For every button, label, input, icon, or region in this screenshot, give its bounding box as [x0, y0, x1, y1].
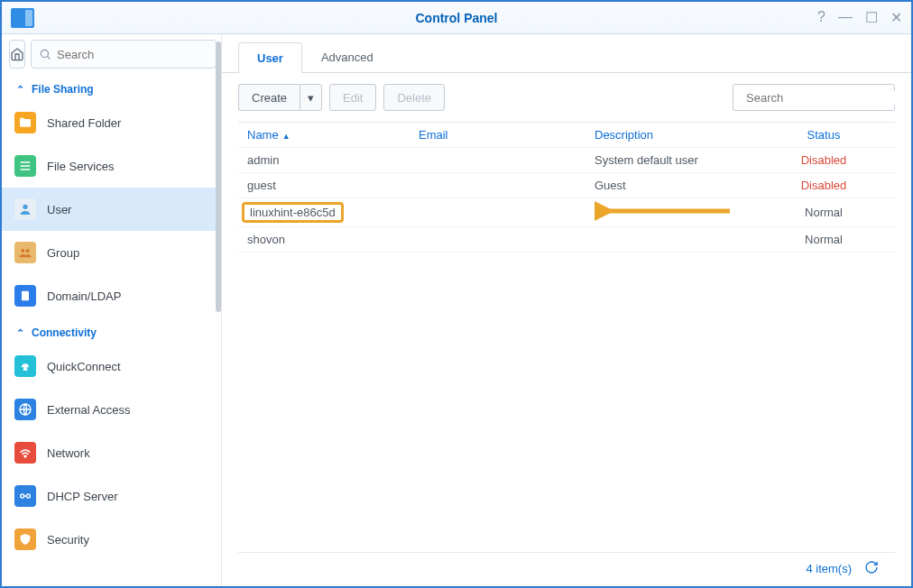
cell-description: Guest — [586, 174, 752, 197]
create-dropdown-button[interactable]: ▾ — [300, 84, 322, 111]
close-icon[interactable]: ✕ — [890, 9, 902, 26]
sidebar-item-network[interactable]: Network — [2, 431, 221, 474]
cell-email — [410, 156, 586, 165]
sort-asc-icon: ▲ — [282, 132, 290, 141]
toolbar-search[interactable] — [733, 84, 895, 111]
sidebar-item-file-services[interactable]: File Services — [2, 144, 221, 188]
cell-status: Normal — [752, 201, 895, 224]
sidebar-item-label: External Access — [47, 403, 131, 417]
scrollbar[interactable] — [216, 41, 221, 312]
svg-point-1 — [23, 205, 27, 209]
shared-folder-icon — [14, 112, 36, 133]
sidebar-item-user[interactable]: User — [2, 188, 221, 231]
window-controls: ? — ☐ ✕ — [817, 9, 902, 26]
help-icon[interactable]: ? — [817, 9, 825, 26]
svg-point-0 — [41, 50, 48, 57]
body: ⌃ File Sharing Shared Folder File Servic… — [2, 34, 911, 586]
refresh-button[interactable] — [864, 560, 879, 577]
user-icon — [14, 198, 36, 220]
section-file-sharing[interactable]: ⌃ File Sharing — [2, 74, 221, 101]
col-header-name[interactable]: Name▲ — [238, 124, 410, 146]
cell-name: guest — [238, 174, 410, 197]
tabs: User Advanced — [222, 34, 911, 73]
search-icon — [39, 48, 51, 60]
sidebar-item-group[interactable]: Group — [2, 231, 221, 274]
create-button-group: Create ▾ — [238, 84, 322, 111]
section-connectivity[interactable]: ⌃ Connectivity — [2, 317, 221, 345]
cell-email — [410, 181, 586, 190]
col-header-status[interactable]: Status — [752, 124, 895, 146]
toolbar-search-input[interactable] — [746, 91, 898, 105]
sidebar-item-label: Shared Folder — [47, 116, 121, 130]
svg-point-3 — [26, 249, 30, 253]
quickconnect-icon — [14, 355, 36, 377]
sidebar-item-label: Network — [47, 446, 90, 460]
domain-icon — [14, 285, 36, 307]
content: User Advanced Create ▾ Edit Delete Name▲ — [222, 34, 911, 586]
tab-user[interactable]: User — [238, 42, 302, 73]
shield-icon — [14, 528, 36, 550]
sidebar-search-input[interactable] — [57, 48, 208, 61]
item-count: 4 item(s) — [806, 562, 852, 575]
titlebar: Control Panel ? — ☐ ✕ — [2, 2, 911, 34]
sidebar: ⌃ File Sharing Shared Folder File Servic… — [2, 34, 222, 586]
refresh-icon — [864, 560, 879, 574]
highlight-annotation: linuxhint-e86c5d — [242, 202, 344, 223]
sidebar-search[interactable] — [31, 40, 217, 69]
svg-point-2 — [21, 249, 24, 253]
sidebar-item-label: Security — [47, 533, 89, 547]
grid-footer: 4 item(s) — [238, 552, 895, 586]
chevron-up-icon: ⌃ — [16, 327, 24, 339]
col-header-description[interactable]: Description — [586, 124, 752, 146]
home-icon — [10, 47, 24, 61]
network-icon — [14, 442, 36, 464]
create-button[interactable]: Create — [238, 84, 300, 111]
cell-name: linuxhint-e86c5d — [238, 198, 410, 226]
cell-description — [586, 235, 752, 244]
cell-email — [410, 208, 586, 217]
minimize-icon[interactable]: — — [838, 9, 853, 26]
cell-name: admin — [238, 149, 410, 171]
sidebar-item-label: Group — [47, 246, 79, 260]
svg-rect-4 — [22, 291, 29, 301]
grid-header: Name▲ Email Description Status — [238, 123, 895, 148]
file-services-icon — [14, 155, 36, 177]
sidebar-scroll[interactable]: ⌃ File Sharing Shared Folder File Servic… — [2, 74, 221, 586]
table-row[interactable]: adminSystem default userDisabled — [238, 148, 895, 173]
dhcp-icon — [14, 485, 36, 507]
cell-status: Disabled — [752, 149, 895, 171]
cell-email — [410, 235, 586, 244]
user-grid: Name▲ Email Description Status adminSyst… — [238, 122, 895, 552]
sidebar-item-external-access[interactable]: External Access — [2, 388, 221, 431]
maximize-icon[interactable]: ☐ — [865, 9, 878, 26]
cell-description — [586, 208, 752, 217]
globe-icon — [14, 399, 36, 420]
toolbar: Create ▾ Edit Delete — [222, 73, 911, 122]
sidebar-item-security[interactable]: Security — [2, 518, 221, 561]
col-header-email[interactable]: Email — [410, 124, 586, 146]
svg-point-8 — [26, 494, 30, 498]
home-button[interactable] — [9, 40, 25, 69]
delete-button[interactable]: Delete — [383, 84, 445, 111]
svg-point-7 — [21, 494, 24, 498]
table-row[interactable]: guestGuestDisabled — [238, 173, 895, 198]
window: Control Panel ? — ☐ ✕ ⌃ File Shari — [0, 0, 913, 588]
sidebar-item-domain-ldap[interactable]: Domain/LDAP — [2, 274, 221, 317]
cell-name: shovon — [238, 228, 410, 251]
sidebar-item-label: QuickConnect — [47, 360, 121, 373]
sidebar-item-label: User — [47, 203, 71, 216]
sidebar-item-quickconnect[interactable]: QuickConnect — [2, 345, 221, 388]
group-icon — [14, 242, 36, 263]
grid-body: adminSystem default userDisabledguestGue… — [238, 148, 895, 253]
window-title: Control Panel — [2, 11, 911, 25]
cell-status: Disabled — [752, 174, 895, 197]
sidebar-item-dhcp-server[interactable]: DHCP Server — [2, 474, 221, 518]
svg-point-6 — [24, 455, 26, 457]
edit-button[interactable]: Edit — [329, 84, 376, 111]
chevron-up-icon: ⌃ — [16, 84, 24, 96]
sidebar-item-shared-folder[interactable]: Shared Folder — [2, 101, 221, 144]
table-row[interactable]: linuxhint-e86c5dNormal — [238, 198, 895, 227]
table-row[interactable]: shovonNormal — [238, 227, 895, 253]
tab-advanced[interactable]: Advanced — [302, 41, 392, 72]
section-label: Connectivity — [32, 326, 97, 339]
